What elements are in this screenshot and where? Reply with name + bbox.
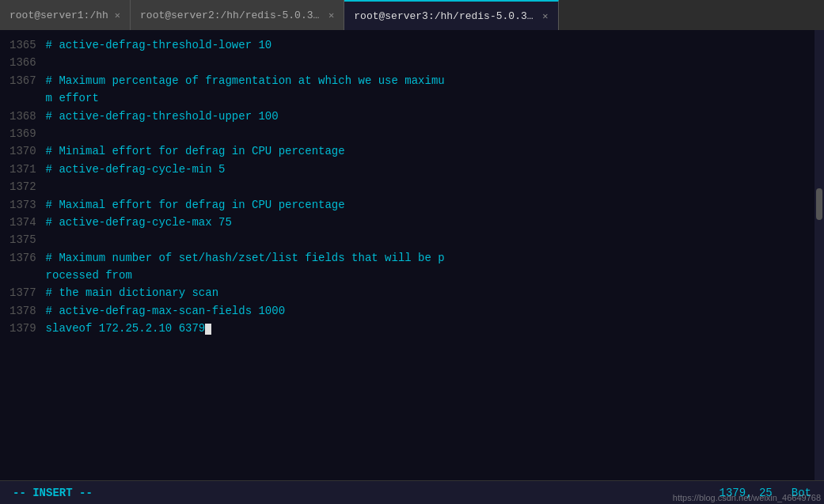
watermark: https://blog.csdn.net/weixin_46649768 <box>673 493 821 502</box>
code-line-1372 <box>46 178 815 195</box>
code-line-1369 <box>46 125 815 142</box>
ln-cont1 <box>0 89 43 107</box>
ln-1370: 1370 <box>0 142 43 160</box>
code-line-1376b: rocessed from <box>46 267 815 284</box>
tab1-close[interactable]: ✕ <box>115 9 120 21</box>
tab2-label: root@server2:/hh/redis-5.0.3/... <box>140 9 322 21</box>
ln-1379: 1379 <box>0 320 43 337</box>
scrollbar[interactable] <box>815 30 824 480</box>
code-line-1375 <box>46 231 815 248</box>
tab-bar: root@server1:/hh ✕ root@server2:/hh/redi… <box>0 0 824 30</box>
text-cursor <box>205 324 211 335</box>
tab3-close[interactable]: ✕ <box>542 10 548 22</box>
code-line-1378: # active-defrag-max-scan-fields 1000 <box>46 302 815 320</box>
ln-1375: 1375 <box>0 231 43 248</box>
ln-1365: 1365 <box>0 36 43 54</box>
code-line-1374: # active-defrag-cycle-max 75 <box>46 214 815 231</box>
code-line-1367: # Maximum percentage of fragmentation at… <box>46 72 815 89</box>
insert-mode-indicator: -- INSERT -- <box>13 487 93 499</box>
ln-1371: 1371 <box>0 161 43 178</box>
tab-server1[interactable]: root@server1:/hh ✕ <box>0 0 131 30</box>
code-line-1366 <box>46 54 815 71</box>
code-line-1367b: m effort <box>46 89 815 107</box>
code-line-1368: # active-defrag-threshold-upper 100 <box>46 108 815 125</box>
ln-1372: 1372 <box>0 178 43 195</box>
code-line-1377: # the main dictionary scan <box>46 284 815 301</box>
ln-1378: 1378 <box>0 302 43 320</box>
ln-1367: 1367 <box>0 72 43 89</box>
editor-area: 1365 1366 1367 1368 1369 1370 1371 1372 … <box>0 30 824 480</box>
tab3-label: root@server3:/hh/redis-5.0.3/... <box>354 10 536 22</box>
terminal-window: root@server1:/hh ✕ root@server2:/hh/redi… <box>0 0 824 504</box>
ln-1368: 1368 <box>0 108 43 125</box>
ln-cont2 <box>0 267 43 284</box>
ln-1377: 1377 <box>0 284 43 301</box>
code-line-1373: # Maximal effort for defrag in CPU perce… <box>46 196 815 214</box>
tab-server2[interactable]: root@server2:/hh/redis-5.0.3/... ✕ <box>131 0 344 30</box>
ln-1376: 1376 <box>0 249 43 267</box>
code-line-1371: # active-defrag-cycle-min 5 <box>46 161 815 178</box>
ln-1374: 1374 <box>0 214 43 231</box>
tab1-label: root@server1:/hh <box>9 9 108 21</box>
ln-1366: 1366 <box>0 54 43 71</box>
scrollbar-thumb[interactable] <box>816 188 822 220</box>
code-line-1370: # Minimal effort for defrag in CPU perce… <box>46 142 815 160</box>
code-line-1376: # Maximum number of set/hash/zset/list f… <box>46 249 815 267</box>
code-line-1365: # active-defrag-threshold-lower 10 <box>46 36 815 54</box>
line-numbers: 1365 1366 1367 1368 1369 1370 1371 1372 … <box>0 30 43 480</box>
ln-1369: 1369 <box>0 125 43 142</box>
code-content[interactable]: # active-defrag-threshold-lower 10 # Max… <box>43 30 815 480</box>
tab2-close[interactable]: ✕ <box>328 9 334 21</box>
ln-1373: 1373 <box>0 196 43 214</box>
tab-server3[interactable]: root@server3:/hh/redis-5.0.3/... ✕ <box>344 0 558 30</box>
code-line-1379: slaveof 172.25.2.10 6379 <box>46 320 815 337</box>
